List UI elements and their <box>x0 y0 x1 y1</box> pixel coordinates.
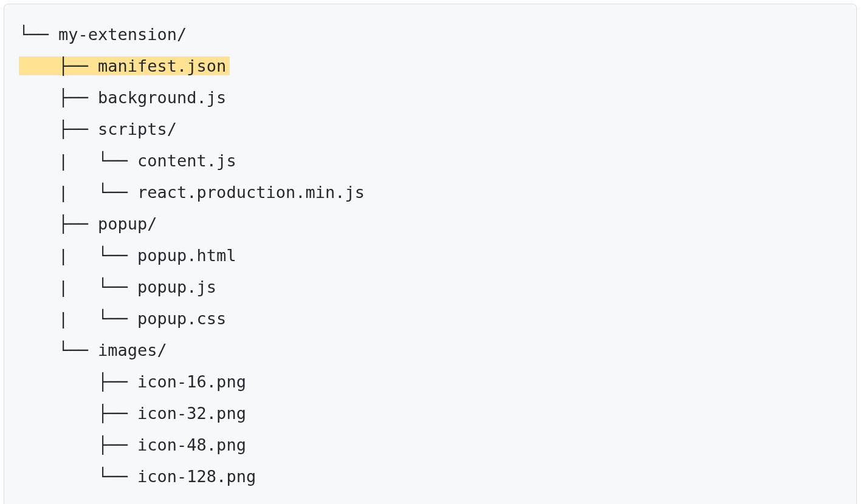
code-block: └── my-extension/ ├── manifest.json ├── … <box>4 4 857 504</box>
tree-line: ├── background.js <box>19 82 842 114</box>
tree-prefix: └── <box>19 341 98 359</box>
tree-line: ├── icon-48.png <box>19 429 842 461</box>
tree-entry-name: my-extension/ <box>58 25 187 44</box>
tree-prefix: ├── <box>19 372 137 391</box>
tree-entry-name: icon-32.png <box>137 404 246 423</box>
tree-line: └── images/ <box>19 335 842 366</box>
tree-entry-name: icon-48.png <box>137 435 246 454</box>
tree-prefix: | └── <box>19 278 137 296</box>
tree-prefix: ├── <box>19 56 98 75</box>
tree-entry-name: popup.html <box>137 246 236 265</box>
tree-prefix: | └── <box>19 151 137 170</box>
tree-line: ├── manifest.json <box>19 50 842 82</box>
tree-prefix: ├── <box>19 435 137 454</box>
tree-line: | └── react.production.min.js <box>19 177 842 208</box>
tree-entry-name: popup/ <box>98 214 157 233</box>
tree-entry-name: images/ <box>98 341 167 359</box>
tree-entry-name: popup.css <box>137 309 226 328</box>
tree-line: | └── popup.css <box>19 303 842 335</box>
tree-prefix: └── <box>19 25 58 44</box>
tree-prefix: ├── <box>19 214 98 233</box>
tree-line-highlighted: ├── manifest.json <box>19 56 230 75</box>
tree-entry-name: manifest.json <box>98 56 226 75</box>
tree-prefix: | └── <box>19 246 137 265</box>
tree-line: ├── icon-16.png <box>19 366 842 398</box>
tree-line: └── icon-128.png <box>19 461 842 492</box>
directory-tree: └── my-extension/ ├── manifest.json ├── … <box>19 19 842 492</box>
tree-entry-name: react.production.min.js <box>137 183 365 202</box>
tree-prefix: ├── <box>19 120 98 138</box>
tree-prefix: | └── <box>19 309 137 328</box>
tree-line: ├── scripts/ <box>19 114 842 145</box>
tree-entry-name: icon-16.png <box>137 372 246 391</box>
tree-line: | └── popup.html <box>19 240 842 271</box>
tree-entry-name: popup.js <box>137 278 216 296</box>
tree-prefix: ├── <box>19 404 137 423</box>
tree-prefix: └── <box>19 467 137 486</box>
tree-line: └── my-extension/ <box>19 19 842 50</box>
tree-line: ├── popup/ <box>19 208 842 240</box>
tree-prefix: | └── <box>19 183 137 202</box>
tree-entry-name: background.js <box>98 88 226 107</box>
tree-line: ├── icon-32.png <box>19 398 842 429</box>
tree-entry-name: icon-128.png <box>137 467 256 486</box>
tree-line: | └── popup.js <box>19 271 842 303</box>
tree-line: | └── content.js <box>19 145 842 177</box>
tree-entry-name: content.js <box>137 151 236 170</box>
tree-prefix: ├── <box>19 88 98 107</box>
tree-entry-name: scripts/ <box>98 120 177 138</box>
